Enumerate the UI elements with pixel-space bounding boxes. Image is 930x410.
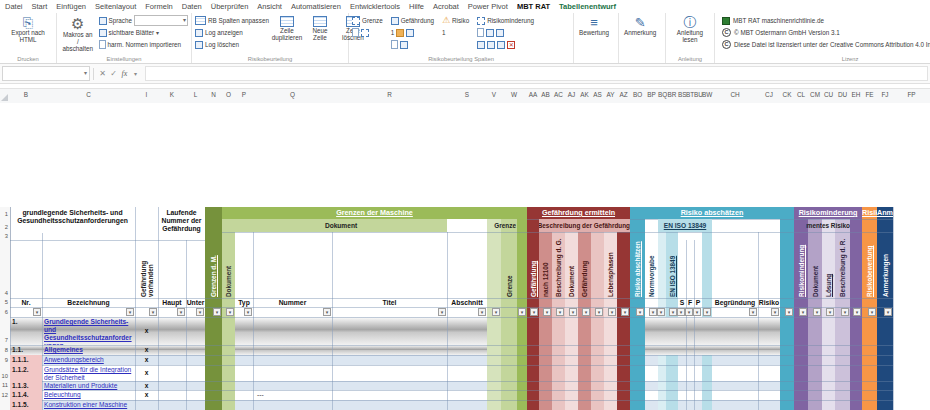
tab-formeln[interactable]: Formeln bbox=[145, 2, 173, 11]
rotated-header-risikominderung[interactable]: Risikominderung bbox=[798, 217, 805, 297]
tab-automatisieren[interactable]: Automatisieren bbox=[291, 2, 341, 11]
cell-gefaehrdung-vorhanden[interactable]: x bbox=[135, 400, 158, 410]
cell-bezeichnung-link[interactable]: Beleuchtung bbox=[42, 390, 135, 400]
page-icon[interactable] bbox=[352, 28, 359, 37]
header-bsg[interactable]: grundlegende Sicherheits- und Gesundheit… bbox=[10, 209, 135, 235]
section-risiko[interactable]: Risiko abschätzen bbox=[630, 207, 794, 219]
page-gear-icon[interactable] bbox=[486, 29, 494, 37]
cell-nr[interactable]: 1.1.4. bbox=[10, 390, 42, 400]
column-header-AZ[interactable]: AZ bbox=[617, 91, 630, 98]
column-header-R[interactable]: R bbox=[332, 91, 447, 98]
filter-dropdown-AA[interactable]: ▾ bbox=[530, 308, 538, 316]
column-header-V[interactable]: V bbox=[487, 91, 501, 98]
cell-nr[interactable]: 1.1.5. bbox=[10, 400, 42, 410]
section-risikominderung[interactable]: Risikominderung bbox=[794, 207, 862, 219]
filter-dropdown-V[interactable]: ▾ bbox=[492, 308, 500, 316]
filter-dropdown-BS[interactable]: ▾ bbox=[677, 308, 685, 316]
filter-table-icon[interactable] bbox=[477, 41, 485, 49]
cell-bezeichnung-link[interactable]: Materialien und Produkte bbox=[42, 381, 135, 390]
rotated-header-dokument[interactable]: Dokument bbox=[568, 235, 575, 297]
rotated-header-risiko-absch-tzen[interactable]: Risiko abschätzen bbox=[634, 217, 641, 297]
column-header-L[interactable]: L bbox=[186, 91, 205, 98]
insert-function-icon[interactable]: fx bbox=[119, 69, 130, 78]
cell-nummer[interactable]: --- bbox=[255, 391, 325, 401]
column-header-N[interactable]: N bbox=[205, 91, 222, 98]
column-header-BO[interactable]: BO bbox=[630, 91, 645, 98]
rotated-header-gef-hrdung[interactable]: Gefährdung bbox=[581, 235, 588, 297]
tab-einf-gen[interactable]: Einfügen bbox=[56, 2, 86, 11]
zeile-duplizieren-button[interactable]: Zeile duplizieren bbox=[272, 15, 302, 43]
rotated-header-normvorgabe[interactable]: Normvorgabe bbox=[648, 233, 655, 297]
colhead-f[interactable]: F bbox=[686, 298, 694, 307]
column-header-BS[interactable]: BS bbox=[678, 91, 686, 98]
filter-dropdown-CH[interactable]: ▾ bbox=[749, 308, 757, 316]
neue-zeile-button[interactable]: Neue Zeile bbox=[305, 15, 335, 43]
column-header-FE[interactable]: FE bbox=[862, 91, 877, 98]
filter-dropdown-BP[interactable]: ▾ bbox=[649, 308, 657, 316]
rotated-header-grenzen-d-m-[interactable]: Grenzen d. M. bbox=[210, 207, 217, 297]
cancel-icon[interactable]: ✕ bbox=[97, 69, 108, 78]
row-number-7[interactable]: 7 bbox=[0, 337, 8, 343]
cell-bezeichnung-link[interactable]: Grundsätze für die Integration der Siche… bbox=[42, 365, 135, 381]
tab-power-pivot[interactable]: Power Pivot bbox=[468, 2, 508, 11]
remove-icon[interactable]: ✕ bbox=[507, 41, 515, 49]
rb-spalten-button[interactable]: RB Spalten anpassen bbox=[195, 15, 269, 26]
header-eniso[interactable]: EN ISO 13849 bbox=[658, 219, 712, 232]
filter-dropdown-BQ[interactable]: ▾ bbox=[657, 308, 665, 316]
filter-dropdown-BU[interactable]: ▾ bbox=[693, 308, 701, 316]
filter-dropdown-P[interactable]: ▾ bbox=[244, 308, 252, 316]
rotated-header-dokument[interactable]: Dokument bbox=[225, 219, 232, 297]
person-icon[interactable] bbox=[496, 29, 504, 37]
rotated-header-gef-hrdung[interactable]: Gefährdung bbox=[530, 221, 537, 297]
column-header-S[interactable]: S bbox=[447, 91, 487, 98]
column-header-BW[interactable]: BW bbox=[702, 91, 712, 98]
row-number-2[interactable]: 2 bbox=[0, 224, 8, 230]
column-header-AA[interactable]: AA bbox=[527, 91, 539, 98]
column-header-I[interactable]: I bbox=[135, 91, 158, 98]
grenze-toggle-button[interactable]: Grenze bbox=[352, 15, 383, 26]
name-box[interactable]: ▾ bbox=[2, 66, 90, 81]
colhead-begruendung[interactable]: Begründung bbox=[712, 298, 758, 307]
column-header-CK[interactable]: CK bbox=[780, 91, 794, 98]
filter-dropdown-AB[interactable]: ▾ bbox=[543, 308, 551, 316]
row-number-3[interactable]: 3 bbox=[0, 233, 8, 239]
filter-dropdown-AK[interactable]: ▾ bbox=[582, 308, 590, 316]
row-number-8[interactable]: 8 bbox=[0, 347, 8, 353]
colhead-typ[interactable]: Typ bbox=[235, 298, 253, 307]
filter-dropdown-R[interactable]: ▾ bbox=[438, 308, 446, 316]
filter-dropdown-I[interactable]: ▾ bbox=[149, 308, 157, 316]
log-anzeigen-button[interactable]: Log anzeigen bbox=[195, 27, 269, 38]
cell-bezeichnung-link[interactable]: Grundlegende Sicherheits- und Gesundheit… bbox=[42, 317, 135, 345]
page-icon[interactable] bbox=[477, 28, 484, 37]
filter-dropdown-FE[interactable]: ▾ bbox=[868, 308, 876, 316]
column-header-FP[interactable]: FP bbox=[893, 91, 930, 98]
link-icon[interactable] bbox=[406, 29, 414, 37]
anleitung-lesen-button[interactable]: ⓘ Anleitung lesen bbox=[669, 15, 711, 45]
column-header-P[interactable]: P bbox=[235, 91, 253, 98]
tab-tabellenentwurf[interactable]: Tabellenentwurf bbox=[559, 2, 616, 11]
risikominderung-toggle-button[interactable]: Risikominderung bbox=[477, 15, 534, 26]
tab-hilfe[interactable]: Hilfe bbox=[409, 2, 424, 11]
rotated-header-nach-12100[interactable]: nach 12100 bbox=[542, 235, 549, 297]
cell-nr[interactable]: 1. bbox=[10, 317, 42, 345]
tab-start[interactable]: Start bbox=[32, 2, 48, 11]
column-header-AJ[interactable]: AJ bbox=[565, 91, 578, 98]
row-number-4[interactable]: 4 bbox=[0, 290, 8, 296]
column-header-CH[interactable]: CH bbox=[712, 91, 758, 98]
filter-dropdown-CJ[interactable]: ▾ bbox=[771, 308, 779, 316]
row-number-9[interactable]: 9 bbox=[0, 357, 8, 363]
cell-gefaehrdung-vorhanden[interactable]: x bbox=[135, 317, 158, 345]
tab-daten[interactable]: Daten bbox=[182, 2, 202, 11]
header-dokument[interactable]: Dokument bbox=[235, 219, 447, 232]
filter-dropdown-DU[interactable]: ▾ bbox=[841, 308, 849, 316]
section-risikobewertung[interactable]: Risikobewertung bbox=[862, 207, 877, 219]
rotated-header-dokument[interactable]: Dokument bbox=[812, 235, 819, 297]
filter-dropdown-Q[interactable]: ▾ bbox=[323, 308, 331, 316]
column-header-CM[interactable]: CM bbox=[808, 91, 822, 98]
selection-icon[interactable] bbox=[361, 29, 369, 37]
column-header-W[interactable]: W bbox=[501, 91, 527, 98]
filter-dropdown-FJ[interactable]: ▾ bbox=[884, 308, 892, 316]
rotated-header-risikobewertung[interactable]: Risikobewertung bbox=[866, 219, 873, 297]
colhead-s[interactable]: S bbox=[678, 298, 686, 307]
select-all-corner[interactable] bbox=[1, 94, 8, 101]
